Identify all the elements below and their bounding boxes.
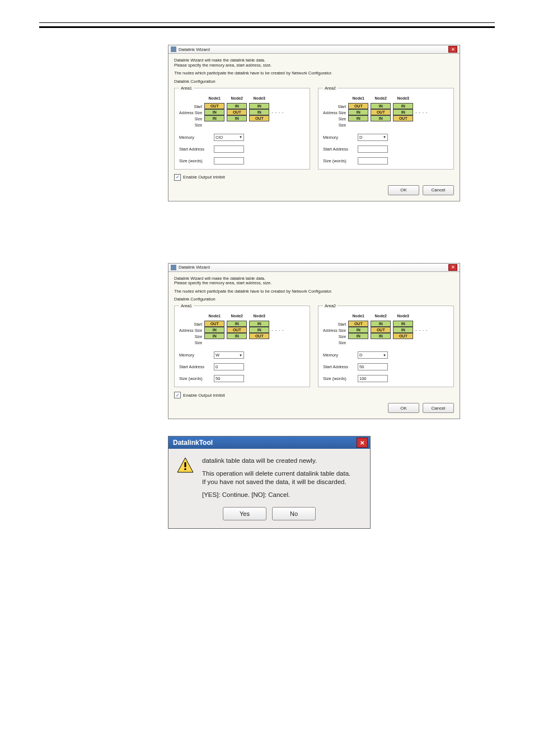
enable-output-checkbox[interactable]: ✓ <box>174 392 181 398</box>
grid-cell: IN <box>249 321 269 327</box>
no-button[interactable]: No <box>272 507 316 520</box>
area2-panel: Area2 Start Address Size Size Size Node1 <box>318 306 454 387</box>
area1-memory-combo[interactable]: CIO ▼ <box>214 134 244 141</box>
grid-cell: IN <box>204 109 224 115</box>
grid-cell: IN <box>371 333 391 339</box>
area2-start-input[interactable]: 50 <box>358 363 388 370</box>
grid-cell: IN <box>204 333 224 339</box>
nodes-note: The nodes which participate the datalink… <box>174 71 454 84</box>
chevron-down-icon: ▼ <box>239 354 242 357</box>
enable-output-label: Enable Output Inhibit <box>183 393 225 398</box>
grid-cell: IN <box>204 327 224 333</box>
confirm-message: datalink table data will be created newl… <box>202 457 350 499</box>
datalink-wizard-window: Datalink Wizard ✕ Datalink Wizard will m… <box>168 263 460 420</box>
svg-rect-0 <box>171 46 176 52</box>
chevron-down-icon: ▼ <box>383 135 386 139</box>
close-button[interactable]: ✕ <box>357 438 368 448</box>
enable-output-label: Enable Output Inhibit <box>183 175 225 180</box>
svg-rect-1 <box>171 265 176 270</box>
confirm-titlebar: DatalinkTool ✕ <box>168 436 370 449</box>
grid-cell: IN <box>249 327 269 333</box>
area1-size-input[interactable]: 50 <box>214 375 244 382</box>
area1-start-input[interactable] <box>214 145 244 153</box>
svg-rect-4 <box>185 468 186 470</box>
area2-size-input[interactable]: 100 <box>358 375 388 382</box>
grid-cell: IN <box>249 103 269 109</box>
cancel-button[interactable]: Cancel <box>423 403 454 413</box>
area2-memory-combo[interactable]: D ▼ <box>358 351 388 359</box>
grid-cell: IN <box>348 333 368 339</box>
grid-cell: OUT <box>249 115 269 121</box>
window-title: Datalink Wizard <box>179 47 210 52</box>
grid-cell: OUT <box>348 103 368 109</box>
grid-cell: IN <box>227 321 247 327</box>
area1-start-input[interactable]: 0 <box>214 363 244 370</box>
area2-memory-combo[interactable]: D ▼ <box>358 134 388 141</box>
grid-cell: IN <box>393 103 413 109</box>
grid-cell: IN <box>249 109 269 115</box>
confirm-dialog: DatalinkTool ✕ datalink table data will … <box>168 436 371 529</box>
warning-icon <box>176 457 194 475</box>
grid-cell: IN <box>393 109 413 115</box>
grid-cell: IN <box>348 109 368 115</box>
enable-output-checkbox[interactable]: ✓ <box>174 174 181 181</box>
grid-cell: IN <box>227 115 247 121</box>
grid-cell: OUT <box>227 327 247 333</box>
grid-cell: OUT <box>227 109 247 115</box>
app-icon <box>171 46 176 52</box>
grid-cell: IN <box>371 115 391 121</box>
row-labels: Start Address Size Size Size <box>179 96 202 128</box>
grid-cell: IN <box>348 115 368 121</box>
ok-button[interactable]: OK <box>388 403 419 413</box>
titlebar: Datalink Wizard ✕ <box>168 264 460 272</box>
area1-panel: Area1 Start Address Size Size Size Node1 <box>174 88 310 170</box>
grid-cell: OUT <box>204 103 224 109</box>
area2-panel: Area2 Start Address Size Size Size Node1 <box>318 88 454 170</box>
close-button[interactable]: ✕ <box>448 264 457 271</box>
grid-cell: IN <box>204 115 224 121</box>
grid-cell: OUT <box>249 333 269 339</box>
chevron-down-icon: ▼ <box>239 135 242 139</box>
grid-cell: IN <box>371 103 391 109</box>
grid-cell: IN <box>227 103 247 109</box>
cancel-button[interactable]: Cancel <box>423 185 454 195</box>
yes-button[interactable]: Yes <box>223 507 266 520</box>
titlebar: Datalink Wizard ✕ <box>168 45 460 54</box>
datalink-wizard-window: Datalink Wizard ✕ Datalink Wizard will m… <box>168 45 460 201</box>
grid-cell: IN <box>227 333 247 339</box>
ellipsis: - - - - <box>271 96 284 114</box>
grid-cell: IN <box>348 327 368 333</box>
grid-cell: OUT <box>371 327 391 333</box>
grid-cell: IN <box>371 321 391 327</box>
app-icon <box>171 265 176 270</box>
area1-panel: Area1 Start Address Size Size Size Node1 <box>174 306 310 387</box>
svg-rect-3 <box>185 462 186 467</box>
area1-size-input[interactable] <box>214 157 244 165</box>
area2-start-input[interactable] <box>358 145 388 153</box>
grid-cell: OUT <box>393 333 413 339</box>
grid-cell: OUT <box>204 321 224 327</box>
grid-cell: OUT <box>348 321 368 327</box>
chevron-down-icon: ▼ <box>383 354 386 357</box>
grid-cell: IN <box>393 327 413 333</box>
grid-cell: OUT <box>371 109 391 115</box>
intro-text: Datalink Wizard will make the datalink t… <box>174 58 454 68</box>
ok-button[interactable]: OK <box>388 185 419 195</box>
grid-cell: OUT <box>393 115 413 121</box>
area1-memory-combo[interactable]: W ▼ <box>214 351 244 359</box>
close-button[interactable]: ✕ <box>448 46 457 53</box>
window-title: Datalink Wizard <box>179 265 210 270</box>
grid-cell: IN <box>393 321 413 327</box>
area2-size-input[interactable] <box>358 157 388 165</box>
